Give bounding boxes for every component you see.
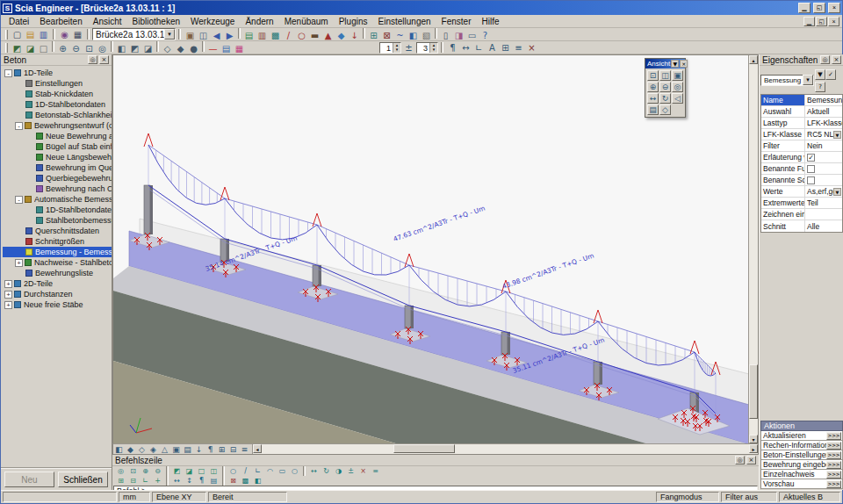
zoom-cut-icon[interactable]: ◫ (659, 70, 671, 81)
scale-results-icon[interactable]: ± (402, 42, 415, 54)
property-row[interactable]: Zeichnen ein... (761, 209, 842, 220)
tree-item[interactable]: +Nachweise - Stahlbetonnachw (3, 257, 112, 268)
axes-toggle-icon[interactable]: ∟ (472, 42, 486, 54)
mdi-restore-button[interactable]: ◱ (816, 17, 827, 26)
new-button[interactable]: Neu (4, 472, 54, 487)
ansicht-palette-header[interactable]: Ansicht ▼ × (645, 59, 685, 68)
load-tool-icon[interactable]: ↓ (348, 30, 361, 41)
cmd-zoom-all-icon[interactable]: ◎ (115, 467, 126, 476)
property-row[interactable]: ExtremwerteTeil (761, 198, 842, 209)
view-top-icon[interactable]: ◩ (128, 43, 141, 54)
scale-spinner-1[interactable]: 1 ▴▾ (379, 42, 401, 54)
close-toolbar-icon[interactable]: × (525, 42, 538, 54)
vertical-scrollbar[interactable]: ▴ ▾ (748, 55, 758, 443)
layer-manager-icon[interactable]: ▤ (220, 43, 233, 54)
line-tool-icon[interactable]: / (282, 30, 295, 41)
collapse-icon[interactable]: - (4, 69, 12, 77)
view-front-icon[interactable]: ◧ (115, 43, 128, 54)
property-row[interactable]: LFK-KlasseRC5 NLA▼ (761, 129, 842, 140)
horizontal-scroll-thumb[interactable] (393, 444, 455, 453)
project-combo[interactable]: Brücke2a 13.03.11 ▼ (92, 28, 176, 40)
cmd-zoom-out-icon[interactable]: ⊖ (152, 467, 163, 476)
cmd-select-icon[interactable]: ◩ (171, 467, 183, 476)
cmd-scale-icon[interactable]: ± (345, 467, 357, 476)
tree-item[interactable]: Bewehrung im Querschnitt (3, 162, 112, 173)
close-icon[interactable]: × (746, 456, 756, 464)
tree-item[interactable]: Neue Längsbewehrung auf (3, 152, 112, 162)
tree-item[interactable]: Bügel auf Stab einfugen (3, 141, 112, 152)
cmd-invert-selection-icon[interactable]: ◫ (208, 467, 220, 476)
view-axo-icon[interactable]: ◪ (141, 43, 155, 54)
cmd-results-icon[interactable]: ◧ (252, 477, 263, 486)
property-help-icon[interactable]: ? (815, 82, 825, 92)
menu-bibliotheken[interactable]: Bibliotheken (127, 16, 185, 27)
chevron-down-icon[interactable]: ▼ (803, 75, 813, 85)
action-run-button[interactable]: >>> (826, 480, 841, 488)
tree-item[interactable]: 1D-Stahlbetondaten (3, 205, 112, 215)
property-row[interactable]: LasttypLFK-Klasse (761, 118, 842, 129)
cmd-rectangle-icon[interactable]: ▭ (277, 467, 288, 476)
cmd-circle-icon[interactable]: ○ (289, 467, 300, 476)
undo-icon[interactable]: ◀ (210, 30, 223, 41)
close-icon[interactable]: × (832, 55, 841, 64)
cmd-snap-icon[interactable]: ⊟ (127, 477, 139, 486)
property-row[interactable]: FilterNein (761, 140, 842, 152)
menu-plugins[interactable]: Plugins (334, 16, 373, 27)
calculate-icon[interactable]: ⊠ (380, 30, 393, 41)
layers-icon[interactable]: ▤ (242, 30, 256, 41)
close-icon[interactable]: × (680, 60, 688, 68)
menu-ansicht[interactable]: Ansicht (88, 16, 127, 27)
tree-item[interactable]: -Bewehrungsentwurf (ohne Ber (3, 120, 112, 131)
property-row[interactable]: Erläuterung v...✓ (761, 152, 842, 163)
rendered-icon[interactable]: ● (187, 43, 200, 54)
cmd-label-icon[interactable]: ¶ (196, 477, 207, 486)
cmd-move-icon[interactable]: ↔ (308, 467, 320, 476)
pan-icon[interactable]: ↔ (647, 93, 659, 104)
help-icon[interactable]: ? (479, 30, 492, 41)
status-snap-mode[interactable]: Fangmodus (656, 492, 719, 502)
pin-icon[interactable]: ◎ (735, 456, 745, 464)
save-project-icon[interactable]: ▥ (37, 29, 50, 40)
results-icon[interactable]: ◧ (407, 30, 420, 41)
grid-toggle-icon[interactable]: ⊞ (499, 42, 512, 54)
checkbox[interactable] (807, 165, 815, 173)
zoom-window-icon[interactable]: ⊡ (83, 43, 96, 54)
cmd-mesh-icon[interactable]: ▩ (240, 477, 251, 486)
expand-icon[interactable]: + (4, 291, 12, 299)
hinge-tool-icon[interactable]: ◆ (335, 30, 348, 41)
tree-item[interactable]: Stab-Knickdaten (3, 89, 112, 99)
tree-item[interactable]: 1D-Stahlbetondaten (3, 99, 112, 110)
checkbox[interactable] (807, 176, 815, 184)
cmd-layer-icon[interactable]: ▤ (208, 477, 220, 486)
tree-item[interactable]: Querschnittsdaten (3, 226, 112, 236)
menu-hilfe[interactable]: Hilfe (476, 16, 504, 27)
shaded-icon[interactable]: ◆ (174, 43, 187, 54)
close-icon[interactable]: × (99, 55, 109, 64)
properties-combo[interactable]: Bemessung A ▼ (760, 75, 814, 86)
viewport-3d[interactable]: 35.14 cm^2/A3Tr - T+Q - Um 47.63 cm^2/A3… (112, 54, 759, 443)
select-polygon-icon[interactable]: ◪ (24, 43, 37, 54)
toolbar-grip[interactable] (5, 30, 8, 40)
action-run-button[interactable]: >>> (826, 461, 841, 469)
cmd-line-icon[interactable]: / (240, 467, 251, 476)
property-row[interactable]: SchnittAlle (761, 220, 842, 232)
cmd-node-icon[interactable]: ○ (227, 467, 239, 476)
chevron-down-icon[interactable]: ▼ (164, 29, 175, 40)
menu-werkzeuge[interactable]: Werkzeuge (185, 16, 240, 27)
cmd-zoom-window-icon[interactable]: ⊡ (127, 467, 139, 476)
cmd-grid-icon[interactable]: ⊞ (115, 477, 126, 486)
action-run-button[interactable]: >>> (826, 471, 841, 479)
property-row[interactable]: Benannte Sc... (761, 175, 842, 186)
cmd-arc-icon[interactable]: ◠ (264, 467, 276, 476)
close-service-icon[interactable]: ▣ (184, 30, 197, 41)
copy-icon[interactable]: ◫ (197, 30, 210, 41)
expand-icon[interactable]: + (15, 259, 23, 267)
cmd-coords-icon[interactable]: + (152, 477, 163, 486)
update-icon[interactable]: ◉ (58, 29, 71, 40)
deselect-all-icon[interactable]: □ (37, 43, 50, 54)
vertical-scroll-thumb[interactable] (749, 364, 758, 419)
perspective-icon[interactable]: ◇ (659, 104, 671, 115)
options-icon[interactable]: ≡ (512, 42, 525, 54)
deformation-icon[interactable]: ~ (393, 30, 407, 41)
open-project-icon[interactable]: ▤ (24, 29, 37, 40)
